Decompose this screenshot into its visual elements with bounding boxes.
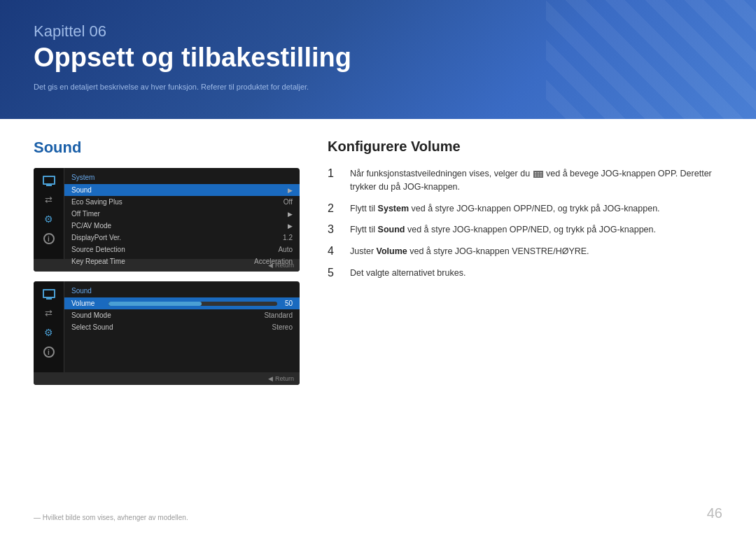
menu-item-pcav: PC/AV Mode ▶ bbox=[64, 220, 300, 232]
menu-value: Off bbox=[284, 198, 293, 206]
step-number-5: 5 bbox=[328, 267, 342, 279]
menu-item-label: Sound bbox=[71, 186, 92, 194]
footer-arrow: ◀ bbox=[268, 375, 273, 382]
step-text-1: Når funksjonstastveiledningen vises, vel… bbox=[350, 167, 722, 194]
menu-item-eco: Eco Saving Plus Off bbox=[64, 196, 300, 208]
menu-item-label: PC/AV Mode bbox=[71, 222, 111, 230]
menu-value: Stereo bbox=[272, 323, 293, 331]
header-banner: Kapittel 06 Oppsett og tilbakestilling D… bbox=[0, 0, 756, 119]
screenshot-2: ⇄ ⚙ i Sound Volume bbox=[34, 281, 300, 385]
monitor-icon-gear: ⚙ bbox=[41, 213, 57, 225]
monitor-icon-info: i bbox=[41, 232, 57, 245]
menu-item-label: Eco Saving Plus bbox=[71, 198, 122, 206]
volume-bar-container: 50 bbox=[108, 300, 293, 307]
step-item-1: 1 Når funksjonstastveiledningen vises, v… bbox=[328, 167, 722, 194]
section-title: Sound bbox=[34, 139, 300, 157]
page-number: 46 bbox=[707, 505, 722, 521]
monitor-footer-2: ◀ Return bbox=[34, 372, 300, 385]
menu-arrow: ▶ bbox=[288, 211, 293, 218]
step-text-4: Juster Volume ved å styre JOG-knappen VE… bbox=[350, 245, 589, 258]
menu-header-1: System bbox=[64, 172, 300, 184]
volume-number: 50 bbox=[281, 300, 293, 307]
info-icon: i bbox=[43, 346, 55, 358]
menu-item-selectsound: Select Sound Stereo bbox=[64, 321, 300, 333]
grid-icon bbox=[533, 171, 543, 178]
step-item-3: 3 Flytt til Sound ved å styre JOG-knappe… bbox=[328, 223, 722, 237]
step-list: 1 Når funksjonstastveiledningen vises, v… bbox=[328, 167, 722, 280]
menu-value: Standard bbox=[264, 311, 293, 319]
step-item-5: 5 Det valgte alternativet brukes. bbox=[328, 267, 722, 280]
menu-area-2: Sound Volume 50 Sound Mode Standa bbox=[64, 281, 300, 372]
monitor-inner-2: ⇄ ⚙ i Sound Volume bbox=[34, 281, 300, 372]
menu-item-volume: Volume 50 bbox=[64, 297, 300, 309]
step-item-4: 4 Juster Volume ved å styre JOG-knappen … bbox=[328, 245, 722, 258]
arrows-icon: ⇄ bbox=[45, 308, 52, 318]
display-icon bbox=[43, 176, 55, 185]
step-number-2: 2 bbox=[328, 202, 342, 215]
gear-icon: ⚙ bbox=[44, 213, 53, 225]
menu-item-label: Source Detection bbox=[71, 246, 125, 253]
monitor-sidebar-2: ⇄ ⚙ i bbox=[34, 281, 64, 372]
chapter-label: Kapittel 06 bbox=[34, 22, 722, 41]
left-column: Sound ⇄ ⚙ i bbox=[34, 139, 300, 395]
monitor-icon-display2 bbox=[41, 287, 57, 300]
menu-item-label: Sound Mode bbox=[71, 311, 111, 319]
volume-bar-bg bbox=[108, 302, 277, 306]
step-number-4: 4 bbox=[328, 245, 342, 258]
menu-value: Auto bbox=[278, 246, 293, 253]
main-content: Sound ⇄ ⚙ i bbox=[0, 119, 756, 409]
footer-return: Return bbox=[275, 375, 294, 382]
info-icon: i bbox=[43, 233, 55, 244]
volume-bar-fill bbox=[108, 302, 202, 306]
step-text-3: Flytt til Sound ved å styre JOG-knappen … bbox=[350, 223, 656, 237]
footer-return: Return bbox=[275, 262, 294, 269]
monitor-icon-arrows2: ⇄ bbox=[41, 307, 57, 319]
gear-icon: ⚙ bbox=[44, 327, 53, 338]
menu-item-soundmode: Sound Mode Standard bbox=[64, 309, 300, 321]
menu-item-label: Key Repeat Time bbox=[71, 258, 125, 265]
bold-sound: Sound bbox=[378, 225, 405, 234]
step-text-2: Flytt til System ved å styre JOG-knappen… bbox=[350, 202, 660, 216]
step-number-3: 3 bbox=[328, 223, 342, 236]
bold-system: System bbox=[378, 204, 409, 213]
step-number-1: 1 bbox=[328, 167, 342, 180]
menu-arrow: ▶ bbox=[288, 187, 293, 194]
menu-header-2: Sound bbox=[64, 286, 300, 297]
monitor-icon-arrows: ⇄ bbox=[41, 193, 57, 206]
monitor-icon-info2: i bbox=[41, 346, 57, 358]
right-column: Konfigurere Volume 1 Når funksjonstastve… bbox=[328, 139, 722, 395]
menu-item-label: Volume bbox=[71, 300, 103, 307]
step-item-2: 2 Flytt til System ved å styre JOG-knapp… bbox=[328, 202, 722, 216]
menu-item-label: Off Timer bbox=[71, 210, 100, 218]
monitor-icon-display bbox=[41, 174, 57, 186]
monitor-icon-gear2: ⚙ bbox=[41, 326, 57, 339]
menu-item-offtimer: Off Timer ▶ bbox=[64, 208, 300, 220]
menu-item-displayport: DisplayPort Ver. 1.2 bbox=[64, 232, 300, 244]
display-icon bbox=[43, 289, 55, 298]
screenshot-1: ⇄ ⚙ i System Sound ▶ bbox=[34, 168, 300, 272]
menu-item-keyrepeat: Key Repeat Time Acceleration bbox=[64, 255, 300, 267]
menu-item-label: Select Sound bbox=[71, 323, 113, 331]
bold-volume: Volume bbox=[377, 246, 407, 256]
menu-arrow: ▶ bbox=[288, 223, 293, 230]
step-text-5: Det valgte alternativet brukes. bbox=[350, 267, 465, 280]
footer-note: ― Hvilket bilde som vises, avhenger av m… bbox=[34, 514, 188, 521]
arrows-icon: ⇄ bbox=[45, 195, 52, 205]
menu-area-1: System Sound ▶ Eco Saving Plus Off Off T… bbox=[64, 168, 300, 259]
menu-item-source: Source Detection Auto bbox=[64, 244, 300, 255]
header-subtitle: Det gis en detaljert beskrivelse av hver… bbox=[34, 83, 722, 91]
monitor-sidebar-1: ⇄ ⚙ i bbox=[34, 168, 64, 259]
menu-item-label: DisplayPort Ver. bbox=[71, 234, 121, 241]
footer-arrow: ◀ bbox=[268, 262, 273, 269]
menu-item-sound: Sound ▶ bbox=[64, 184, 300, 196]
monitor-inner-1: ⇄ ⚙ i System Sound ▶ bbox=[34, 168, 300, 259]
page-title: Oppsett og tilbakestilling bbox=[34, 41, 722, 75]
konfig-title: Konfigurere Volume bbox=[328, 139, 722, 155]
menu-value: 1.2 bbox=[283, 234, 293, 241]
page-footer: ― Hvilket bilde som vises, avhenger av m… bbox=[34, 505, 722, 521]
